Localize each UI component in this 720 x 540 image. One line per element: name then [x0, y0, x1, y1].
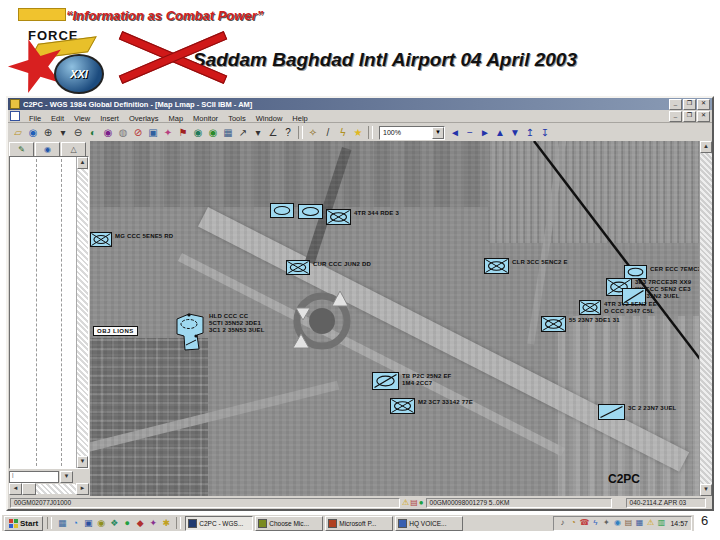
- unit-symbol[interactable]: [541, 316, 566, 332]
- globe-icon[interactable]: ◉: [26, 126, 40, 140]
- unit-symbol[interactable]: [270, 203, 294, 218]
- unit-symbol[interactable]: [598, 404, 625, 420]
- scroll-down-icon[interactable]: ▼: [77, 456, 88, 468]
- alert-tab-icon[interactable]: △: [61, 142, 86, 157]
- scheduler-icon[interactable]: ◔: [568, 518, 578, 529]
- unit-symbol[interactable]: [174, 312, 206, 352]
- hscroll-left-icon[interactable]: ◄: [9, 483, 22, 495]
- unit-symbol[interactable]: [579, 300, 601, 315]
- restore-button[interactable]: ❐: [683, 99, 696, 110]
- draw-tab-icon[interactable]: ✎: [9, 142, 34, 157]
- panel-hscrollbar[interactable]: ◄ ►: [9, 483, 89, 495]
- lan-icon[interactable]: ▥: [656, 518, 666, 529]
- map-scroll-down-icon[interactable]: ▼: [700, 484, 712, 496]
- zoom-mode-dropdown-icon[interactable]: ▾: [56, 126, 70, 140]
- unit-symbol[interactable]: [298, 204, 323, 219]
- outlook-icon[interactable]: ▣: [82, 517, 94, 529]
- zoom-extent-icon[interactable]: ↥: [523, 126, 537, 140]
- zoom-out-icon[interactable]: ⊖: [71, 126, 85, 140]
- globe-net-icon[interactable]: ◉: [206, 126, 220, 140]
- pointer-star-icon[interactable]: ✦: [161, 126, 175, 140]
- pan-hand-icon[interactable]: ◍: [116, 126, 130, 140]
- unit-symbol[interactable]: [624, 265, 647, 279]
- draw-arrow-icon[interactable]: ↗: [236, 126, 250, 140]
- help-icon[interactable]: ?: [281, 126, 295, 140]
- zoom-previous-icon[interactable]: ↧: [538, 126, 552, 140]
- volume-icon[interactable]: ♪: [557, 518, 567, 529]
- hscroll-right-icon[interactable]: ►: [76, 483, 89, 495]
- panel-spin-field[interactable]: |: [9, 471, 59, 483]
- doc-restore-button[interactable]: ❐: [683, 111, 696, 122]
- draw-dropdown-icon[interactable]: ▾: [251, 126, 265, 140]
- ie-icon[interactable]: ◔: [69, 517, 81, 529]
- unit-symbol[interactable]: [372, 372, 399, 390]
- modem-icon[interactable]: ☎: [579, 518, 589, 529]
- zoom-combo-dropdown-icon[interactable]: ▼: [432, 127, 444, 139]
- show-desktop-icon[interactable]: ▦: [56, 517, 68, 529]
- measure-icon[interactable]: ∠: [266, 126, 280, 140]
- doc-minimize-button[interactable]: _: [669, 111, 682, 122]
- settings-icon[interactable]: ✱: [160, 517, 172, 529]
- pan-down-icon[interactable]: ▼: [508, 126, 522, 140]
- unit-symbol[interactable]: [90, 232, 112, 247]
- map-scroll-up-icon[interactable]: ▲: [700, 141, 712, 153]
- network-icon[interactable]: ▦: [634, 518, 644, 529]
- menu-view[interactable]: View: [69, 114, 95, 123]
- alert-icon[interactable]: ⚠: [645, 518, 655, 529]
- menu-overlays[interactable]: Overlays: [124, 114, 164, 123]
- menu-window[interactable]: Window: [251, 114, 288, 123]
- menu-map[interactable]: Map: [164, 114, 189, 123]
- zoom-in-icon[interactable]: ⊕: [41, 126, 55, 140]
- menu-edit[interactable]: Edit: [46, 114, 69, 123]
- image-icon[interactable]: ▦: [221, 126, 235, 140]
- highlight-star-icon[interactable]: ★: [351, 126, 365, 140]
- vb-app-icon[interactable]: ✦: [147, 517, 159, 529]
- green-app-icon[interactable]: ●: [121, 517, 133, 529]
- task-button[interactable]: Choose Mic...: [255, 516, 323, 531]
- objective-label[interactable]: OBJ LIONS: [93, 326, 138, 336]
- menu-tools[interactable]: Tools: [223, 114, 251, 123]
- doc-close-button[interactable]: ✕: [697, 111, 710, 122]
- center-icon[interactable]: −: [463, 126, 477, 140]
- display-icon[interactable]: ✦: [601, 518, 611, 529]
- map-viewport[interactable]: MG CCC 5ENE5 RD4TR 344 RDE 3CUR CCC JUN2…: [90, 141, 699, 496]
- task-button[interactable]: HQ VOICE...: [395, 516, 463, 531]
- menu-help[interactable]: Help: [287, 114, 312, 123]
- pan-left-icon[interactable]: ◄: [448, 126, 462, 140]
- open-folder-icon[interactable]: ▱: [11, 126, 25, 140]
- world-data-icon[interactable]: ◉: [101, 126, 115, 140]
- lightning-tool-icon[interactable]: ϟ: [336, 126, 350, 140]
- unit-symbol[interactable]: [390, 398, 415, 414]
- select-tool-icon[interactable]: ✧: [306, 126, 320, 140]
- unit-symbol[interactable]: [484, 258, 509, 274]
- menu-insert[interactable]: Insert: [95, 114, 124, 123]
- line-tool-icon[interactable]: /: [321, 126, 335, 140]
- start-button[interactable]: Start: [4, 516, 43, 531]
- task-button[interactable]: Microsoft P...: [325, 516, 393, 531]
- map-tool-icon[interactable]: ❖: [108, 517, 120, 529]
- menu-monitor[interactable]: Monitor: [188, 114, 223, 123]
- menu-file[interactable]: File: [24, 114, 46, 123]
- stop-icon[interactable]: ⊘: [131, 126, 145, 140]
- hscroll-thumb[interactable]: [22, 483, 36, 495]
- users-icon[interactable]: ◉: [612, 518, 622, 529]
- zoom-level-combo[interactable]: 100% ▼: [379, 126, 445, 140]
- close-button[interactable]: ✕: [697, 99, 710, 110]
- task-button[interactable]: C2PC - WGS...: [185, 516, 253, 531]
- unit-symbol[interactable]: [326, 209, 351, 225]
- power-icon[interactable]: ϟ: [590, 518, 600, 529]
- globe-track-icon[interactable]: ◉: [191, 126, 205, 140]
- clipboard-icon[interactable]: ▣: [146, 126, 160, 140]
- overlay-list[interactable]: ▲ ▼: [9, 156, 89, 469]
- pan-right-icon[interactable]: ►: [478, 126, 492, 140]
- flag-icon[interactable]: ⚑: [176, 126, 190, 140]
- globe-tab-icon[interactable]: ◉: [35, 142, 60, 157]
- unit-symbol[interactable]: [286, 260, 310, 275]
- panel-spin-dropdown-icon[interactable]: ▼: [60, 471, 73, 483]
- panel-scrollbar[interactable]: ▲ ▼: [76, 157, 88, 468]
- scroll-up-icon[interactable]: ▲: [77, 157, 88, 169]
- media-icon[interactable]: ◆: [134, 517, 146, 529]
- pan-up-icon[interactable]: ▲: [493, 126, 507, 140]
- world-overlay-icon[interactable]: ◐: [86, 126, 100, 140]
- notebook-icon[interactable]: ▤: [623, 518, 633, 529]
